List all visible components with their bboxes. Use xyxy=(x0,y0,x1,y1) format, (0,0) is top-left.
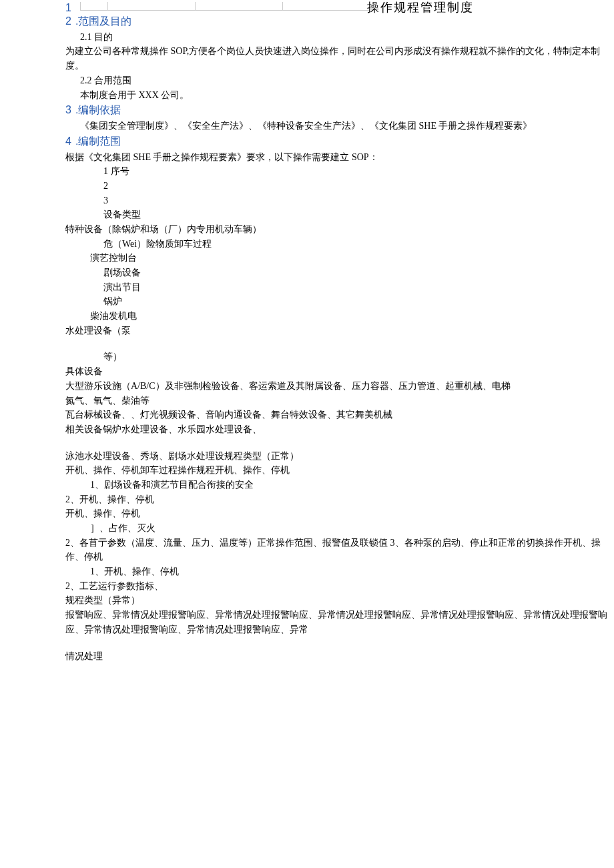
s4-d3: 情况处理 xyxy=(7,649,607,664)
s4-b2: 大型游乐设施（A/B/C）及非强制检验设备、客运索道及其附属设备、压力容器、压力… xyxy=(7,379,607,394)
title-bar: 1 操作规程管理制度 xyxy=(7,0,607,13)
s4-n1: 1 序号 xyxy=(7,164,607,179)
s4-n4: 设备类型 xyxy=(7,207,607,222)
s4-l5: 演出节目 xyxy=(7,280,607,295)
s4-b5: 相关设备锅炉水处理设备、水乐园水处理设备、 xyxy=(7,422,607,437)
s4-c3: 2、开机、操作、停机 xyxy=(7,492,607,507)
s4-n2: 2 xyxy=(7,179,607,193)
s4-l3: 演艺控制台 xyxy=(7,251,607,266)
s4-c8: 2、工艺运行参数指标、 xyxy=(7,579,607,594)
s2-p2: 为建立公司各种常规操作 SOP,方便各个岗位人员快速进入岗位操作，同时在公司内形… xyxy=(7,44,607,73)
s4-c6: 2、各苜亍参数（温度、流量、压力、温度等）正常操作范围、报警值及联锁值 3、各种… xyxy=(7,536,607,564)
s4-b3: 氮气、氧气、柴油等 xyxy=(7,394,607,408)
s4-l8: 水处理设备（泵 xyxy=(7,324,607,338)
s4-b1: 具体设备 xyxy=(7,364,607,379)
page-title: 操作规程管理制度 xyxy=(367,0,474,17)
s4-b4: 瓦台标械设备、、灯光视频设备、音响内通设备、舞台特效设备、其它舞美机械 xyxy=(7,408,607,422)
s2-p4: 本制度合用于 XXX 公司。 xyxy=(7,88,607,103)
section-4-heading: 4.编制范围 xyxy=(7,133,607,150)
s4-d1: 规程类型（异常） xyxy=(7,593,607,608)
s4-c4: 开机、操作、停机 xyxy=(7,506,607,521)
s4-l4: 剧场设备 xyxy=(7,266,607,280)
s4-b6: 泳池水处理设备、秀场、剧场水处理设规程类型（正常） xyxy=(7,449,607,464)
s4-l2: 危（Wei）险物质卸车过程 xyxy=(7,237,607,252)
s4-l9: 等） xyxy=(7,350,607,364)
s4-l6: 锅炉 xyxy=(7,294,607,309)
s4-c2: 1、剧场设备和演艺节目配合衔接的安全 xyxy=(7,478,607,492)
s4-l7: 柴油发机电 xyxy=(7,309,607,324)
s2-p1: 2.1 目的 xyxy=(7,30,607,45)
s4-c5: ］、占作、灭火 xyxy=(7,521,607,536)
s4-p1: 根据《文化集团 SHE 手册之操作规程要素》要求，以下操作需要建立 SOP： xyxy=(7,150,607,165)
s4-c1: 开机、操作、停机卸车过程操作规程开机、操作、停机 xyxy=(7,463,607,478)
title-number: 1 xyxy=(65,0,71,17)
title-grid xyxy=(80,2,370,11)
s3-p1: 《集团安全管理制度》、《安全生产法》、《特种设备安全生产法》、《文化集团 SHE… xyxy=(7,119,607,133)
s2-p3: 2.2 合用范围 xyxy=(7,73,607,88)
s4-c7: 1、开机、操作、停机 xyxy=(7,564,607,579)
s4-l1: 特种设备（除锅炉和场（厂）内专用机动车辆） xyxy=(7,222,607,237)
s4-n3: 3 xyxy=(7,193,607,208)
section-2-heading: 2.范围及目的 xyxy=(7,13,607,30)
section-3-heading: 3.编制依据 xyxy=(7,102,607,119)
s4-d2: 报警响应、异常情况处理报警响应、异常情况处理报警响应、异常情况处理报警响应、异常… xyxy=(7,608,607,636)
